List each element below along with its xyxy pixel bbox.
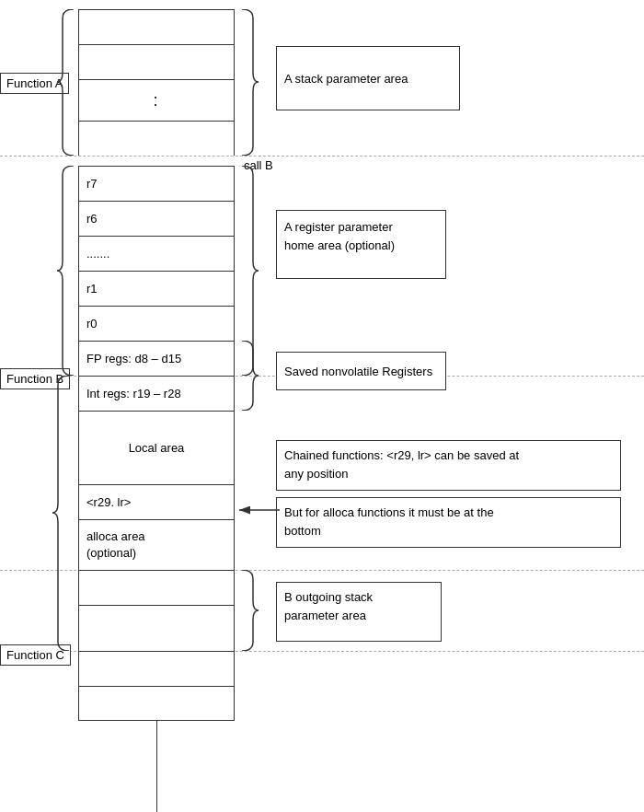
stack-cell-int-regs: Int regs: r19 – r28	[78, 376, 235, 411]
call-b-dashed-line	[0, 156, 644, 157]
brace-function-b	[51, 376, 76, 651]
stack-cell-b-out-2	[78, 605, 235, 651]
annot-alloca-note: But for alloca functions it must be at t…	[276, 497, 621, 548]
stack-cell-1	[78, 44, 235, 79]
stack-cell-rdots: .......	[78, 236, 235, 271]
stack-bottom-line	[156, 721, 157, 812]
stack-cell-b-out-1	[78, 570, 235, 605]
stack-cell-r0: r0	[78, 306, 235, 341]
annot-b-outgoing: B outgoing stackparameter area	[276, 582, 442, 642]
annot-reg-param-home: A register parameterhome area (optional)	[276, 210, 446, 279]
stack-cell-r6: r6	[78, 201, 235, 236]
brace-right-b-outgoing	[235, 570, 260, 651]
stack-cell-bottom-1	[78, 651, 235, 686]
annot-saved-nonvolatile: Saved nonvolatile Registers	[276, 352, 446, 390]
stack-cell-r29-lr: <r29. lr>	[78, 484, 235, 519]
stack-cell-r1: r1	[78, 271, 235, 306]
stack-diagram: : call B r7 r6 ....... r1 r0 FP regs: d8…	[0, 0, 644, 812]
stack-cell-ellipsis: :	[78, 79, 235, 121]
stack-cell-r7: r7	[78, 166, 235, 201]
stack-cell-fp-regs: FP regs: d8 – d15	[78, 341, 235, 376]
stack-cell-top	[78, 9, 235, 44]
arrow-alloca	[235, 501, 281, 519]
annot-stack-param-area: A stack parameter area	[276, 46, 460, 110]
stack-cell-bottom-2	[78, 686, 235, 721]
annot-chained-functions: Chained functions: <r29, lr> can be save…	[276, 440, 621, 491]
stack-cell-alloca: alloca area(optional)	[78, 519, 235, 570]
brace-right-nonvolatile	[235, 341, 260, 411]
brace-right-stack-param	[235, 9, 260, 156]
brace-function-a	[55, 9, 81, 156]
stack-cell-3	[78, 121, 235, 156]
brace-reg-param	[55, 166, 81, 376]
stack-cell-local-area: Local area	[78, 411, 235, 484]
